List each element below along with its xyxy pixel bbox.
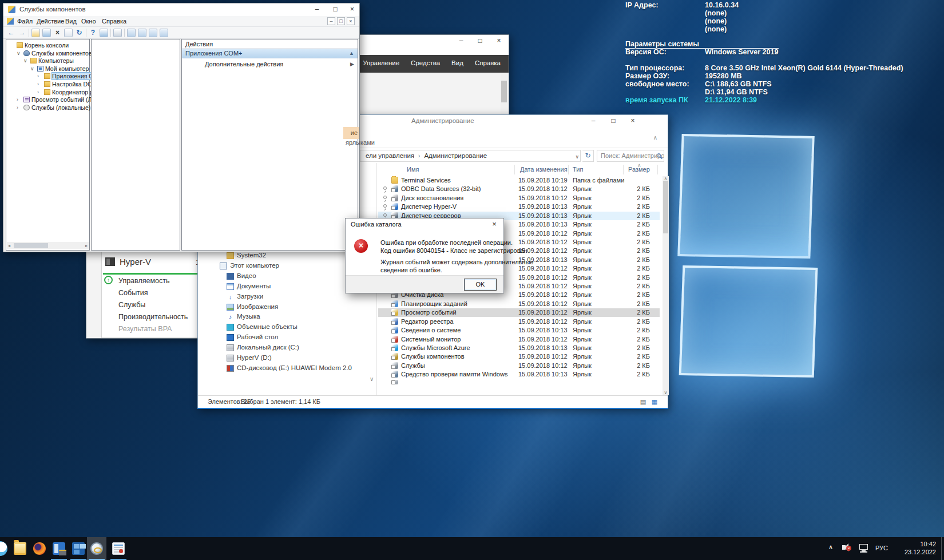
scrollbar-thumb[interactable] xyxy=(14,243,48,248)
child-close-icon[interactable]: × xyxy=(347,17,355,25)
delete-icon[interactable]: × xyxy=(53,29,62,37)
refresh-icon[interactable]: ↻ xyxy=(582,150,594,162)
tree-item[interactable]: ›Координатор рас xyxy=(7,89,89,97)
minimize-icon[interactable]: – xyxy=(451,35,471,47)
taskbar-button[interactable] xyxy=(109,537,128,560)
tree-item-label[interactable]: Компьютеры xyxy=(38,57,74,64)
hyperv-tile-title[interactable]: Hyper-V xyxy=(120,257,151,267)
view-list-icon[interactable] xyxy=(149,29,157,37)
tile-item[interactable]: Производительность xyxy=(118,313,188,321)
table-row[interactable]: Планировщик заданий15.09.2018 10:12Ярлык… xyxy=(378,300,660,308)
chevron-closed-icon[interactable]: › xyxy=(17,97,18,102)
child-minimize-icon[interactable]: – xyxy=(327,17,335,25)
close-icon[interactable]: × xyxy=(489,35,509,47)
menu-item-справка[interactable]: Справка xyxy=(475,59,501,66)
tree-item[interactable]: ›Настройка DCOM xyxy=(7,81,89,89)
table-row[interactable]: Просмотр событий15.09.2018 10:12Ярлык2 К… xyxy=(378,308,660,317)
table-row[interactable]: Редактор реестра15.09.2018 10:12Ярлык2 К… xyxy=(378,317,660,326)
ribbon-collapse-icon[interactable]: ∧ xyxy=(653,134,657,141)
nav-item-label[interactable]: Объемные объекты xyxy=(237,323,298,330)
column-header-date[interactable]: Дата изменения xyxy=(520,166,568,173)
table-row[interactable]: Средство проверки памяти Windows15.09.20… xyxy=(378,370,660,379)
chevron-closed-icon[interactable]: › xyxy=(37,73,39,79)
column-separator[interactable] xyxy=(657,165,658,174)
taskbar-button[interactable] xyxy=(30,537,49,560)
taskbar-button[interactable] xyxy=(69,537,88,560)
actions-group-bar[interactable]: Приложения COM+ ▲ xyxy=(182,49,358,58)
ok-button[interactable]: OK xyxy=(464,279,497,291)
column-header-type[interactable]: Тип xyxy=(573,166,583,173)
table-row[interactable]: Системный монитор15.09.2018 10:12Ярлык2 … xyxy=(378,335,660,344)
refresh-icon[interactable]: ↻ xyxy=(75,29,84,37)
forward-icon[interactable]: → xyxy=(18,29,26,37)
tile-item[interactable]: Службы xyxy=(118,301,145,309)
scroll-down-icon[interactable]: ∨ xyxy=(663,390,668,395)
column-header-size[interactable]: Размер xyxy=(628,166,650,173)
tile-item[interactable]: События xyxy=(118,289,148,297)
tree-item-label[interactable]: Корень консоли xyxy=(25,42,69,49)
chevron-open-icon[interactable]: ∨ xyxy=(30,66,34,72)
export-list-icon[interactable] xyxy=(31,29,40,37)
help-icon[interactable]: ? xyxy=(89,29,97,37)
close-icon[interactable]: × xyxy=(489,220,500,229)
close-icon[interactable]: × xyxy=(622,115,643,128)
expand-right-icon[interactable]: ▶ xyxy=(350,61,354,67)
nav-item-label[interactable]: Загрузки xyxy=(237,293,263,300)
tree-horizontal-scrollbar[interactable]: ◂ ▸ xyxy=(7,242,89,249)
table-row[interactable] xyxy=(378,379,660,384)
nav-item-label[interactable]: HyperV (D:) xyxy=(237,354,272,361)
nav-item-label[interactable]: CD-дисковод (E:) HUAWEI Modem 2.0 xyxy=(237,364,352,371)
view-large-icon[interactable] xyxy=(127,29,136,37)
language-indicator[interactable]: РУС xyxy=(875,545,888,551)
table-row[interactable]: Сведения о системе15.09.2018 10:13Ярлык2… xyxy=(378,326,660,335)
menu-окно[interactable]: Окно xyxy=(81,18,96,25)
tile-item[interactable]: Управляемость xyxy=(118,277,169,285)
minimize-icon[interactable]: – xyxy=(584,115,603,128)
column-separator[interactable] xyxy=(568,165,569,174)
menu-справка[interactable]: Справка xyxy=(102,18,126,25)
network-icon[interactable] xyxy=(859,544,868,550)
scroll-left-icon[interactable]: ◂ xyxy=(8,243,10,248)
component-services-titlebar[interactable]: Службы компонентов xyxy=(3,3,359,16)
view-small-icon[interactable] xyxy=(138,29,146,37)
table-row[interactable]: Службы Microsoft Azure15.09.2018 10:13Яр… xyxy=(378,344,660,352)
tree-item[interactable]: ›Приложения CO xyxy=(7,73,89,81)
clock[interactable]: 10:42 23.12.2022 xyxy=(896,540,936,556)
column-header-name[interactable]: Имя xyxy=(407,166,419,173)
file-list-scrollbar[interactable]: ∧ ∨ xyxy=(663,176,669,395)
nav-item-label[interactable]: Рабочий стол xyxy=(237,333,278,340)
column-separator[interactable] xyxy=(514,165,515,174)
nav-item-label[interactable]: Документы xyxy=(237,283,271,289)
taskbar-button[interactable] xyxy=(87,537,106,560)
table-row[interactable]: Службы15.09.2018 10:12Ярлык2 КБ xyxy=(378,362,660,370)
nav-item-label[interactable]: System32 xyxy=(237,252,266,259)
tree-icon[interactable] xyxy=(113,29,122,37)
window-icon[interactable] xyxy=(42,29,51,37)
nav-item-label[interactable]: Видео xyxy=(237,272,256,279)
menu-item-управление[interactable]: Управление xyxy=(363,59,399,66)
menu-item-вид[interactable]: Вид xyxy=(451,59,463,66)
maximize-icon[interactable]: □ xyxy=(326,3,345,16)
table-row[interactable]: ODBC Data Sources (32-bit)15.09.2018 10:… xyxy=(378,185,660,193)
chevron-closed-icon[interactable]: › xyxy=(17,105,18,110)
chevron-closed-icon[interactable]: › xyxy=(37,81,39,87)
properties-icon[interactable] xyxy=(64,29,73,37)
volume-muted-icon[interactable] xyxy=(842,545,846,550)
console-window-icon[interactable] xyxy=(100,29,108,37)
close-icon[interactable]: × xyxy=(345,3,359,16)
tile-item[interactable]: Результаты BPA xyxy=(118,325,172,333)
table-row[interactable]: Службы компонентов15.09.2018 10:12Ярлык2… xyxy=(378,352,660,361)
taskbar-button[interactable] xyxy=(49,537,69,560)
child-restore-icon[interactable]: □ xyxy=(337,17,345,25)
breadcrumb[interactable]: Администрирование xyxy=(424,152,487,159)
details-view-icon[interactable]: ▤ xyxy=(639,398,647,406)
tree-item-label[interactable]: Службы (локальные) xyxy=(31,104,90,111)
chevron-open-icon[interactable]: ∨ xyxy=(23,58,27,63)
tree-item-label[interactable]: Мой компьютер xyxy=(45,65,89,72)
show-desktop-button[interactable] xyxy=(941,537,944,560)
table-row[interactable]: Диск восстановления15.09.2018 10:12Ярлык… xyxy=(378,194,660,202)
nav-item-label[interactable]: Изображения xyxy=(237,303,278,310)
nav-scroll-down-icon[interactable]: ∨ xyxy=(370,376,374,382)
tree-item[interactable]: ∨Компьютеры xyxy=(7,57,89,65)
table-row[interactable]: Terminal Services15.09.2018 10:19Папка с… xyxy=(378,176,660,185)
